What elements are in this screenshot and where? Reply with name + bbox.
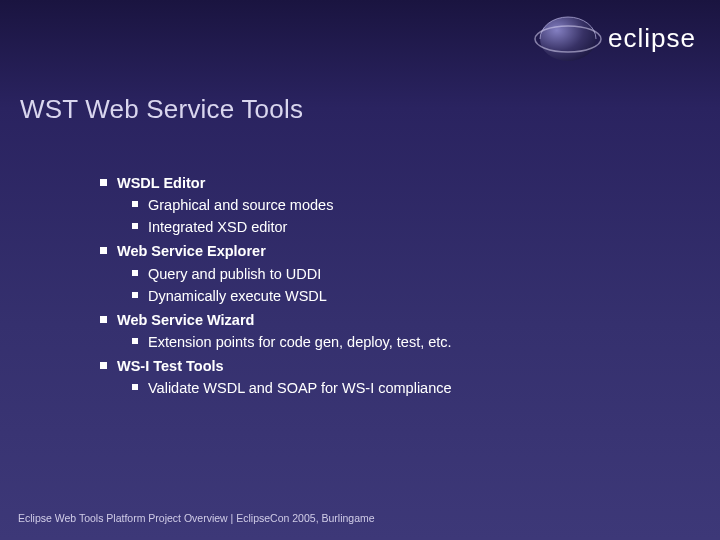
heading-text: WS-I Test Tools <box>117 357 680 375</box>
square-bullet-icon <box>132 338 138 344</box>
list-item: Query and publish to UDDI <box>132 265 680 283</box>
eclipse-logo: eclipse <box>510 8 710 68</box>
item-text: Dynamically execute WSDL <box>148 287 680 305</box>
square-bullet-icon <box>132 270 138 276</box>
square-bullet-icon <box>100 316 107 323</box>
eclipse-logo-icon: eclipse <box>530 11 710 65</box>
heading-text: Web Service Wizard <box>117 311 680 329</box>
list-item: Extension points for code gen, deploy, t… <box>132 333 680 351</box>
section-heading: Web Service Wizard <box>100 311 680 329</box>
square-bullet-icon <box>132 292 138 298</box>
slide-content: WSDL Editor Graphical and source modes I… <box>100 168 680 401</box>
item-text: Extension points for code gen, deploy, t… <box>148 333 680 351</box>
item-text: Validate WSDL and SOAP for WS-I complian… <box>148 379 680 397</box>
slide: eclipse WST Web Service Tools WSDL Edito… <box>0 0 720 540</box>
heading-text: Web Service Explorer <box>117 242 680 260</box>
logo-text: eclipse <box>608 23 696 53</box>
list-item: Dynamically execute WSDL <box>132 287 680 305</box>
list-item: Integrated XSD editor <box>132 218 680 236</box>
square-bullet-icon <box>100 179 107 186</box>
list-item: Validate WSDL and SOAP for WS-I complian… <box>132 379 680 397</box>
item-text: Query and publish to UDDI <box>148 265 680 283</box>
heading-text: WSDL Editor <box>117 174 680 192</box>
square-bullet-icon <box>100 247 107 254</box>
square-bullet-icon <box>100 362 107 369</box>
section-heading: Web Service Explorer <box>100 242 680 260</box>
item-text: Graphical and source modes <box>148 196 680 214</box>
page-title: WST Web Service Tools <box>20 94 303 125</box>
list-item: Graphical and source modes <box>132 196 680 214</box>
slide-footer: Eclipse Web Tools Platform Project Overv… <box>18 512 375 524</box>
item-text: Integrated XSD editor <box>148 218 680 236</box>
square-bullet-icon <box>132 223 138 229</box>
section-heading: WS-I Test Tools <box>100 357 680 375</box>
square-bullet-icon <box>132 384 138 390</box>
section-heading: WSDL Editor <box>100 174 680 192</box>
square-bullet-icon <box>132 201 138 207</box>
